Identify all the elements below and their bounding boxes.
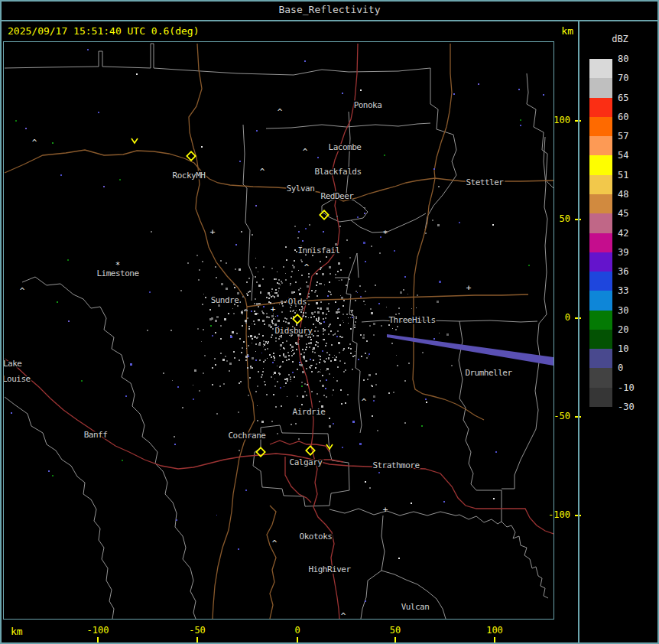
- clutter-speckle: [274, 372, 276, 374]
- clutter-speckle: [248, 278, 250, 279]
- clutter-speckle: [298, 231, 300, 233]
- clutter-speckle: [233, 313, 235, 314]
- clutter-speckle: [339, 360, 341, 362]
- clutter-speckle: [355, 321, 356, 323]
- clutter-speckle: [303, 356, 305, 358]
- clutter-speckle: [417, 294, 418, 296]
- clutter-speckle: [277, 282, 278, 284]
- clutter-speckle: [381, 325, 382, 327]
- clutter-speckle: [136, 73, 138, 75]
- legend-swatch: [589, 388, 612, 407]
- x-tick-label: 50: [372, 625, 418, 636]
- clutter-speckle: [320, 301, 322, 303]
- clutter-speckle: [294, 353, 295, 354]
- clutter-speckle: [373, 395, 375, 398]
- clutter-speckle: [282, 305, 284, 307]
- clutter-speckle: [266, 297, 268, 298]
- clutter-speckle: [294, 249, 296, 251]
- y-tick-label: 0: [528, 312, 570, 323]
- clutter-speckle: [266, 316, 268, 318]
- clutter-speckle: [248, 326, 250, 327]
- clutter-speckle: [293, 266, 295, 268]
- clutter-speckle: [425, 233, 427, 234]
- clutter-speckle: [239, 301, 241, 303]
- clutter-speckle: [272, 295, 274, 297]
- city-label: Lake: [4, 359, 22, 369]
- clutter-speckle: [204, 355, 206, 356]
- clutter-speckle: [290, 283, 291, 285]
- clutter-speckle: [311, 312, 313, 314]
- clutter-speckle: [252, 234, 253, 236]
- clutter-speckle: [176, 519, 177, 521]
- clutter-speckle: [223, 383, 225, 385]
- clutter-speckle: [248, 345, 249, 346]
- clutter-speckle: [294, 312, 296, 314]
- window-title: Base_Reflectivity: [0, 0, 659, 20]
- clutter-speckle: [337, 330, 339, 332]
- clutter-speckle: [263, 368, 264, 369]
- clutter-speckle: [163, 372, 164, 374]
- clutter-speckle: [310, 365, 312, 366]
- legend-swatch: [589, 311, 612, 330]
- clutter-speckle: [199, 390, 200, 392]
- radar-map-plot[interactable]: PonokaLacombeBlackfaldsSylvanRedDeerStet…: [3, 41, 554, 620]
- clutter-speckle: [291, 271, 293, 272]
- legend-value-label: 80: [618, 54, 628, 64]
- clutter-speckle: [280, 285, 281, 285]
- clutter-speckle: [267, 348, 268, 350]
- clutter-speckle: [337, 317, 339, 319]
- clutter-speckle: [295, 423, 297, 424]
- clutter-speckle: [411, 308, 412, 309]
- clutter-speckle: [355, 291, 357, 292]
- city-label: Okotoks: [300, 532, 333, 542]
- clutter-speckle: [257, 420, 258, 421]
- clutter-speckle: [309, 366, 310, 368]
- clutter-speckle: [262, 312, 264, 314]
- clutter-speckle: [320, 268, 321, 270]
- x-axis-unit-label: km: [11, 626, 23, 637]
- clutter-speckle: [328, 326, 330, 327]
- clutter-speckle: [275, 316, 276, 317]
- clutter-speckle: [342, 305, 344, 307]
- clutter-speckle: [303, 314, 304, 315]
- clutter-speckle: [357, 292, 358, 293]
- clutter-speckle: [346, 285, 347, 286]
- clutter-speckle: [300, 353, 302, 355]
- clutter-speckle: [147, 330, 148, 331]
- clutter-speckle: [337, 271, 339, 272]
- clutter-speckle: [215, 332, 216, 333]
- clutter-speckle: [313, 359, 314, 361]
- clutter-speckle: [265, 349, 266, 350]
- clutter-speckle: [201, 341, 202, 342]
- highway-brown: [267, 506, 276, 619]
- legend-value-label: -30: [618, 402, 635, 412]
- clutter-speckle: [354, 355, 355, 356]
- clutter-speckle: [226, 288, 228, 290]
- clutter-speckle: [360, 334, 362, 336]
- clutter-speckle: [263, 361, 265, 363]
- clutter-speckle: [329, 425, 331, 428]
- clutter-speckle: [322, 312, 324, 314]
- clutter-speckle: [320, 372, 321, 372]
- clutter-speckle: [291, 317, 292, 319]
- x-tick-label: 0: [274, 625, 320, 636]
- clutter-speckle: [333, 423, 334, 424]
- clutter-speckle: [262, 335, 264, 337]
- clutter-speckle: [296, 349, 297, 350]
- clutter-speckle: [352, 317, 353, 318]
- clutter-speckle: [317, 295, 318, 297]
- clutter-speckle: [303, 315, 304, 317]
- clutter-speckle: [229, 363, 232, 365]
- clutter-speckle: [308, 273, 310, 275]
- clutter-speckle: [243, 341, 245, 343]
- clutter-speckle: [411, 503, 412, 504]
- clutter-speckle: [323, 329, 326, 331]
- clutter-speckle: [369, 325, 371, 327]
- clutter-speckle: [203, 329, 204, 330]
- clutter-speckle: [323, 360, 325, 362]
- clutter-speckle: [297, 237, 299, 239]
- clutter-speckle: [286, 340, 287, 342]
- clutter-speckle: [308, 343, 310, 344]
- clutter-speckle: [377, 430, 378, 431]
- clutter-speckle: [308, 296, 310, 298]
